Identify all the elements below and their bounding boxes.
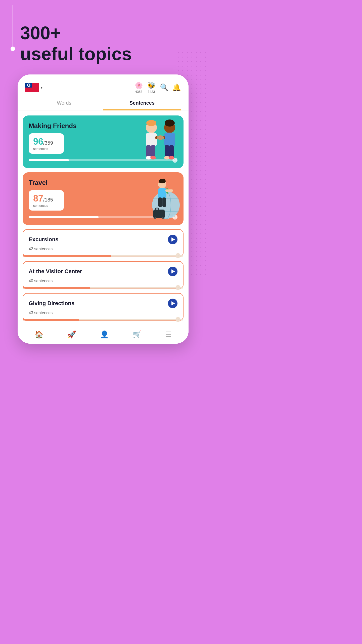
bee-stat: 🐝 3423 [147, 82, 155, 94]
making-friends-total: /359 [43, 140, 53, 146]
making-friends-label: sentences [33, 147, 59, 151]
directions-bar-fill [23, 319, 79, 320]
taiwan-flag [25, 83, 39, 92]
stats-icons: 🌸 4353 🐝 3423 [135, 82, 155, 94]
play-icon [171, 237, 175, 242]
visitor-center-sentences: 40 sentences [29, 279, 177, 283]
visitor-center-header: At the Visitor Center [29, 267, 177, 276]
travel-total: /185 [43, 197, 53, 203]
svg-rect-4 [151, 145, 155, 158]
header-icons: 🌸 4353 🐝 3423 🔍 🔔 [135, 82, 181, 94]
card-visitor-center[interactable]: At the Visitor Center 40 sentences ℹ [23, 261, 184, 289]
svg-point-26 [163, 179, 165, 181]
visitor-center-title: At the Visitor Center [29, 268, 82, 275]
svg-point-6 [150, 156, 156, 159]
svg-point-16 [157, 135, 164, 140]
card-giving-directions[interactable]: Giving Directions 43 sentences ℹ [23, 293, 184, 321]
svg-rect-29 [158, 197, 162, 207]
flag-container[interactable]: ▾ [25, 83, 42, 92]
phone-header: ▾ 🌸 4353 🐝 3423 🔍 🔔 [18, 74, 189, 98]
making-friends-progress-box: 96/359 sentences [29, 133, 64, 154]
visitor-bar-fill [23, 287, 90, 289]
travel-illustration [133, 175, 184, 221]
excursions-title: Excursions [29, 236, 59, 243]
visitor-info[interactable]: ℹ [175, 285, 180, 290]
svg-point-9 [165, 119, 175, 127]
flower-count: 4353 [135, 90, 143, 94]
play-icon [171, 301, 175, 305]
making-friends-current: 96 [33, 136, 43, 147]
tab-bar: Words Sentences [18, 98, 189, 110]
excursions-progress-bar: ℹ [23, 255, 183, 257]
home-icon: 🏠 [35, 330, 43, 339]
cart-icon: 🛒 [133, 330, 142, 339]
excursions-bar-fill [23, 255, 111, 257]
nav-home[interactable]: 🏠 [35, 330, 43, 339]
svg-point-35 [154, 217, 156, 219]
making-friends-bar-fill [29, 159, 69, 161]
flower-icon: 🌸 [135, 82, 143, 89]
svg-rect-30 [162, 197, 166, 207]
card-excursions[interactable]: Excursions 42 sentences ℹ [23, 229, 184, 257]
hero-title-line2: useful topics [20, 44, 132, 64]
bee-icon: 🐝 [147, 82, 155, 89]
making-friends-illustration [133, 118, 181, 165]
giving-directions-header: Giving Directions [29, 299, 177, 308]
excursions-play-button[interactable] [168, 235, 177, 244]
menu-icon: ☰ [165, 330, 172, 339]
excursions-header: Excursions [29, 235, 177, 244]
visitor-center-play-button[interactable] [168, 267, 177, 276]
giving-directions-play-button[interactable] [168, 299, 177, 308]
giving-directions-progress-bar: ℹ [23, 319, 183, 320]
nav-rocket[interactable]: 🚀 [67, 330, 76, 339]
visitor-center-progress-bar: ℹ [23, 287, 183, 289]
play-icon [171, 269, 175, 273]
excursions-info[interactable]: ℹ [175, 253, 180, 258]
travel-current: 87 [33, 193, 43, 204]
bell-icon[interactable]: 🔔 [172, 83, 181, 92]
tab-sentences[interactable]: Sentences [103, 98, 181, 110]
svg-rect-27 [158, 188, 166, 198]
svg-rect-2 [146, 133, 157, 146]
flower-stat: 🌸 4353 [135, 82, 143, 94]
hero-title-line1: 300+ [20, 23, 61, 43]
svg-rect-28 [165, 189, 173, 192]
giving-directions-sentences: 43 sentences [29, 311, 177, 315]
excursions-sentences: 42 sentences [29, 247, 177, 251]
hero-title: 300+ useful topics [20, 23, 206, 64]
phone-screen: ▾ 🌸 4353 🐝 3423 🔍 🔔 [18, 74, 189, 344]
topics-list: Making Friends 96/359 sentences ℹ [18, 115, 189, 326]
profile-icon: 👤 [100, 330, 109, 339]
travel-label: sentences [33, 204, 59, 208]
giving-directions-title: Giving Directions [29, 300, 74, 307]
travel-bar-fill [29, 216, 99, 218]
bottom-navigation: 🏠 🚀 👤 🛒 ☰ [18, 326, 189, 344]
action-icons: 🔍 🔔 [160, 83, 181, 92]
rocket-icon: 🚀 [67, 330, 76, 339]
travel-progress-box: 87/185 sentences [29, 190, 64, 211]
phone-mockup: ▾ 🌸 4353 🐝 3423 🔍 🔔 [0, 74, 206, 351]
card-travel[interactable]: Travel 87/185 sentences ℹ [23, 172, 184, 225]
svg-rect-10 [164, 133, 175, 146]
card-making-friends[interactable]: Making Friends 96/359 sentences ℹ [23, 115, 184, 168]
search-icon[interactable]: 🔍 [160, 83, 169, 92]
nav-cart[interactable]: 🛒 [133, 330, 142, 339]
tab-words[interactable]: Words [25, 98, 103, 110]
svg-rect-11 [165, 145, 169, 158]
flag-chevron[interactable]: ▾ [41, 86, 42, 90]
bee-count: 3423 [148, 90, 155, 94]
svg-point-1 [146, 120, 156, 126]
svg-point-14 [169, 156, 174, 159]
svg-point-36 [162, 217, 164, 219]
nav-profile[interactable]: 👤 [100, 330, 109, 339]
nav-menu[interactable]: ☰ [165, 330, 172, 339]
directions-info[interactable]: ℹ [175, 317, 180, 322]
svg-rect-12 [169, 145, 174, 158]
